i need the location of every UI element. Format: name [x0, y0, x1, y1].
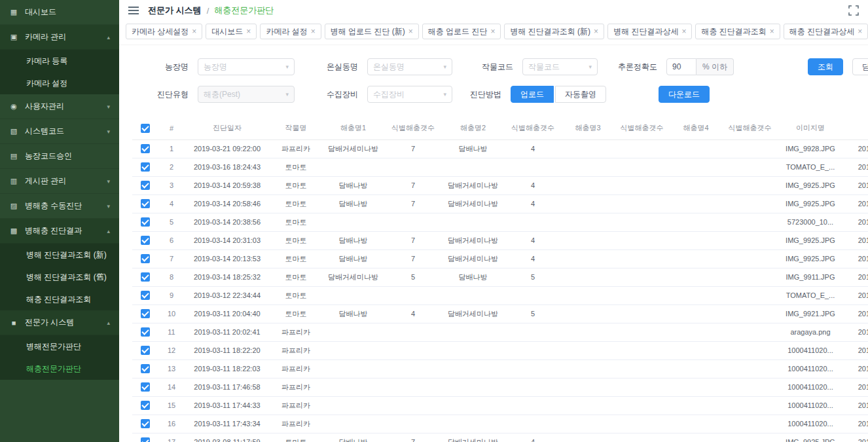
row-checkbox[interactable] [141, 346, 150, 355]
cell-pest-name-3 [562, 268, 614, 286]
farm-name-select[interactable]: 농장명 ▾ [198, 58, 295, 75]
cell-pest-count-4 [722, 341, 778, 359]
sidebar-item-camera-settings[interactable]: 카메라 설정 [0, 72, 119, 94]
row-checkbox[interactable] [141, 309, 150, 318]
tab-close-icon[interactable]: × [770, 27, 774, 36]
row-checkbox[interactable] [141, 272, 150, 282]
sidebar-item-expert-system[interactable]: ■ 전문가 시스템 ▴ [0, 310, 119, 335]
sidebar-item-disease-expert[interactable]: 병해전문가판단 [0, 335, 119, 358]
row-checkbox[interactable] [141, 291, 150, 300]
tab[interactable]: 카메라 상세설정 × [126, 24, 202, 39]
table-row[interactable]: 9 2019-03-12 22:34:44 토마토 TOMATO_E_... [132, 286, 868, 304]
tab[interactable]: 병해 업로드 진단 (新) × [325, 24, 419, 39]
tab-close-icon[interactable]: × [681, 27, 686, 36]
table-row[interactable]: 15 2019-03-11 17:44:33 파프리카 1000411020 [132, 396, 868, 414]
row-checkbox[interactable] [141, 199, 150, 208]
table-row[interactable]: 11 2019-03-11 20:02:41 파프리카 aragaya.pn [132, 323, 868, 341]
close-button[interactable]: 닫기 [852, 58, 868, 75]
tab-close-icon[interactable]: × [594, 27, 598, 36]
cell-image-name: IMG_9925.JPG [778, 433, 843, 442]
tab-close-icon[interactable]: × [311, 27, 316, 36]
cell-pest-name-1 [322, 286, 384, 304]
row-checkbox[interactable] [141, 144, 150, 153]
sidebar-item-board-mgmt[interactable]: ▥ 게시판 관리 ▾ [0, 169, 119, 194]
row-checkbox[interactable] [141, 382, 150, 392]
search-button[interactable]: 조회 [808, 58, 843, 75]
cell-image-name: IMG_9925.JPG [778, 194, 843, 213]
device-select[interactable]: 수집장비 ▾ [367, 86, 452, 103]
greenhouse-select[interactable]: 온실동명 ▾ [367, 58, 452, 75]
table-row[interactable]: 10 2019-03-11 20:04:40 토마토 담배나방 4 담배거세미나… [132, 304, 868, 323]
tab[interactable]: 병해 진단결과조회 (新) × [504, 24, 604, 39]
table-row[interactable]: 5 2019-03-14 20:38:56 토마토 5723000_10.. [132, 213, 868, 231]
cell-pest-count-4 [722, 249, 778, 268]
hamburger-menu-icon[interactable] [128, 6, 140, 15]
sidebar-item-pest-expert[interactable]: 해충전문가판단 [0, 358, 119, 380]
row-checkbox[interactable] [141, 162, 150, 172]
row-checkbox[interactable] [141, 236, 150, 245]
sidebar-item-disease-results-new[interactable]: 병해 진단결과조회 (新) [0, 244, 119, 266]
accuracy-input[interactable] [666, 58, 696, 75]
cell-pest-count-1: 5 [384, 268, 442, 286]
fullscreen-icon[interactable] [848, 5, 859, 16]
select-all-checkbox[interactable] [141, 124, 150, 133]
header-cell: 이미지명 [778, 117, 843, 139]
tab-close-icon[interactable]: × [408, 27, 413, 36]
cell-crop-name: 파프리카 [270, 359, 322, 378]
tab-close-icon[interactable]: × [192, 27, 196, 36]
tab[interactable]: 해충 업로드 진단 × [422, 24, 501, 39]
sidebar-item-camera-mgmt[interactable]: ▣ 카메라 관리 ▴ [0, 25, 119, 50]
tab[interactable]: 병해 진단결과상세 × [607, 24, 692, 39]
table-row[interactable]: 14 2019-03-11 17:46:58 파프리카 1000411020 [132, 378, 868, 396]
row-checkbox[interactable] [141, 327, 150, 337]
diagnosis-type-select[interactable]: 해충(Pest) ▾ [198, 86, 295, 103]
cell-pest-name-4 [670, 378, 722, 396]
table-row[interactable]: 17 2019-03-08 11:17:59 토마토 담배나방 7 담배거세미나… [132, 433, 868, 442]
row-checkbox[interactable] [141, 364, 150, 373]
table-row[interactable]: 16 2019-03-11 17:43:34 파프리카 1000411020 [132, 414, 868, 433]
auto-capture-method-button[interactable]: 자동촬영 [555, 86, 606, 103]
tab[interactable]: 대시보드 × [206, 24, 257, 39]
sidebar-item-disease-results-old[interactable]: 병해 진단결과조회 (舊) [0, 266, 119, 288]
table-row[interactable]: 3 2019-03-14 20:59:38 토마토 담배나방 7 담배거세미나방… [132, 176, 868, 194]
row-checkbox[interactable] [141, 401, 150, 410]
cell-pest-name-2: 담배거세미나방 [442, 231, 504, 249]
sidebar-item-diagnosis-results[interactable]: ▩ 병해충 진단결과 ▴ [0, 219, 119, 244]
tab-close-icon[interactable]: × [858, 27, 862, 36]
sidebar-item-pest-results[interactable]: 해충 진단결과조회 [0, 288, 119, 310]
row-checkbox[interactable] [141, 437, 150, 442]
upload-method-button[interactable]: 업로드 [511, 86, 554, 103]
table-row[interactable]: 8 2019-03-14 18:25:32 토마토 담배거세미나방 5 담배나방… [132, 268, 868, 286]
sidebar-item-camera-register[interactable]: 카메라 등록 [0, 50, 119, 72]
cell-pest-count-2: 4 [504, 194, 562, 213]
row-checkbox[interactable] [141, 254, 150, 263]
tab-close-icon[interactable]: × [246, 27, 251, 36]
table-row[interactable]: 12 2019-03-11 18:22:20 파프리카 1000411020 [132, 341, 868, 359]
cell-pest-count-4 [722, 359, 778, 378]
table-row[interactable]: 2 2019-03-16 18:24:43 토마토 TOMATO_E_... [132, 158, 868, 176]
sidebar-item-system-code[interactable]: ▧ 시스템코드 ▾ [0, 119, 119, 144]
breadcrumb-current: 해충전문가판단 [214, 5, 274, 16]
row-checkbox[interactable] [141, 217, 150, 227]
tab[interactable]: 해충 진단결과조회 × [695, 24, 780, 39]
tab[interactable]: 카메라 설정 × [260, 24, 321, 39]
row-checkbox[interactable] [141, 419, 150, 428]
table-row[interactable]: 1 2019-03-21 09:22:00 파프리카 담배거세미나방 7 담배나… [132, 139, 868, 158]
tab-close-icon[interactable]: × [490, 27, 495, 36]
sidebar-item-dashboard[interactable]: ▦ 대시보드 [0, 0, 119, 25]
table-row[interactable]: 6 2019-03-14 20:31:03 토마토 담배나방 7 담배거세미나방… [132, 231, 868, 249]
cell-row-number: 7 [158, 249, 185, 268]
crop-code-select[interactable]: 작물코드 ▾ [522, 58, 598, 75]
download-button[interactable]: 다운로드 [659, 86, 710, 103]
diagnosis-results-icon: ▩ [9, 227, 18, 235]
table-row[interactable]: 4 2019-03-14 20:58:46 토마토 담배나방 7 담배거세미나방… [132, 194, 868, 213]
sidebar-item-user-mgmt[interactable]: ◉ 사용자관리 ▾ [0, 94, 119, 119]
table-row[interactable]: 7 2019-03-14 20:13:53 토마토 담배나방 7 담배거세미나방… [132, 249, 868, 268]
tab-label: 대시보드 [211, 26, 243, 37]
chevron-down-icon: ▾ [588, 64, 592, 70]
sidebar-item-manual-diagnosis[interactable]: ▨ 병해충 수동진단 ▾ [0, 194, 119, 219]
table-row[interactable]: 13 2019-03-11 18:22:03 파프리카 1000411020 [132, 359, 868, 378]
sidebar-item-farm-code-approval[interactable]: ▤ 농장코드승인 [0, 144, 119, 169]
row-checkbox[interactable] [141, 181, 150, 190]
tab[interactable]: 해충 진단결과상세 × [784, 24, 868, 39]
